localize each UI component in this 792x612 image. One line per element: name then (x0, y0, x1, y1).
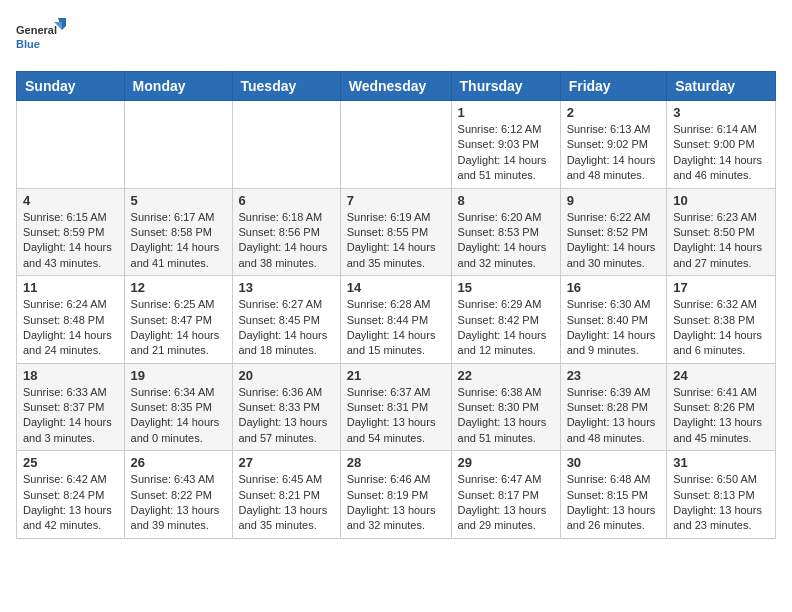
day-number: 6 (239, 193, 334, 208)
calendar-week-3: 11Sunrise: 6:24 AM Sunset: 8:48 PM Dayli… (17, 276, 776, 364)
day-number: 23 (567, 368, 661, 383)
svg-text:General: General (16, 24, 57, 36)
calendar-cell: 11Sunrise: 6:24 AM Sunset: 8:48 PM Dayli… (17, 276, 125, 364)
day-info: Sunrise: 6:38 AM Sunset: 8:30 PM Dayligh… (458, 385, 554, 447)
calendar-cell: 28Sunrise: 6:46 AM Sunset: 8:19 PM Dayli… (340, 451, 451, 539)
calendar-cell: 20Sunrise: 6:36 AM Sunset: 8:33 PM Dayli… (232, 363, 340, 451)
day-info: Sunrise: 6:28 AM Sunset: 8:44 PM Dayligh… (347, 297, 445, 359)
calendar-table: SundayMondayTuesdayWednesdayThursdayFrid… (16, 71, 776, 539)
day-number: 13 (239, 280, 334, 295)
day-number: 9 (567, 193, 661, 208)
calendar-cell: 29Sunrise: 6:47 AM Sunset: 8:17 PM Dayli… (451, 451, 560, 539)
calendar-cell: 4Sunrise: 6:15 AM Sunset: 8:59 PM Daylig… (17, 188, 125, 276)
calendar-cell: 30Sunrise: 6:48 AM Sunset: 8:15 PM Dayli… (560, 451, 667, 539)
calendar-cell: 8Sunrise: 6:20 AM Sunset: 8:53 PM Daylig… (451, 188, 560, 276)
day-info: Sunrise: 6:39 AM Sunset: 8:28 PM Dayligh… (567, 385, 661, 447)
day-info: Sunrise: 6:24 AM Sunset: 8:48 PM Dayligh… (23, 297, 118, 359)
day-number: 18 (23, 368, 118, 383)
logo: General Blue (16, 16, 66, 61)
day-info: Sunrise: 6:30 AM Sunset: 8:40 PM Dayligh… (567, 297, 661, 359)
day-info: Sunrise: 6:32 AM Sunset: 8:38 PM Dayligh… (673, 297, 769, 359)
day-info: Sunrise: 6:12 AM Sunset: 9:03 PM Dayligh… (458, 122, 554, 184)
day-number: 26 (131, 455, 226, 470)
day-number: 2 (567, 105, 661, 120)
column-header-friday: Friday (560, 72, 667, 101)
column-header-monday: Monday (124, 72, 232, 101)
calendar-cell: 7Sunrise: 6:19 AM Sunset: 8:55 PM Daylig… (340, 188, 451, 276)
column-header-tuesday: Tuesday (232, 72, 340, 101)
day-number: 27 (239, 455, 334, 470)
calendar-cell: 3Sunrise: 6:14 AM Sunset: 9:00 PM Daylig… (667, 101, 776, 189)
calendar-cell: 24Sunrise: 6:41 AM Sunset: 8:26 PM Dayli… (667, 363, 776, 451)
calendar-cell: 27Sunrise: 6:45 AM Sunset: 8:21 PM Dayli… (232, 451, 340, 539)
day-info: Sunrise: 6:14 AM Sunset: 9:00 PM Dayligh… (673, 122, 769, 184)
calendar-cell: 21Sunrise: 6:37 AM Sunset: 8:31 PM Dayli… (340, 363, 451, 451)
day-number: 19 (131, 368, 226, 383)
day-info: Sunrise: 6:27 AM Sunset: 8:45 PM Dayligh… (239, 297, 334, 359)
calendar-cell (17, 101, 125, 189)
calendar-cell: 26Sunrise: 6:43 AM Sunset: 8:22 PM Dayli… (124, 451, 232, 539)
day-info: Sunrise: 6:25 AM Sunset: 8:47 PM Dayligh… (131, 297, 226, 359)
column-header-wednesday: Wednesday (340, 72, 451, 101)
day-info: Sunrise: 6:34 AM Sunset: 8:35 PM Dayligh… (131, 385, 226, 447)
logo-svg: General Blue (16, 16, 66, 61)
day-info: Sunrise: 6:18 AM Sunset: 8:56 PM Dayligh… (239, 210, 334, 272)
day-number: 25 (23, 455, 118, 470)
day-info: Sunrise: 6:43 AM Sunset: 8:22 PM Dayligh… (131, 472, 226, 534)
calendar-cell: 18Sunrise: 6:33 AM Sunset: 8:37 PM Dayli… (17, 363, 125, 451)
day-info: Sunrise: 6:13 AM Sunset: 9:02 PM Dayligh… (567, 122, 661, 184)
svg-text:Blue: Blue (16, 38, 40, 50)
day-number: 17 (673, 280, 769, 295)
day-info: Sunrise: 6:48 AM Sunset: 8:15 PM Dayligh… (567, 472, 661, 534)
calendar-cell (124, 101, 232, 189)
calendar-cell: 6Sunrise: 6:18 AM Sunset: 8:56 PM Daylig… (232, 188, 340, 276)
day-number: 31 (673, 455, 769, 470)
day-number: 24 (673, 368, 769, 383)
calendar-cell: 2Sunrise: 6:13 AM Sunset: 9:02 PM Daylig… (560, 101, 667, 189)
day-info: Sunrise: 6:23 AM Sunset: 8:50 PM Dayligh… (673, 210, 769, 272)
day-number: 16 (567, 280, 661, 295)
day-number: 22 (458, 368, 554, 383)
calendar-cell: 10Sunrise: 6:23 AM Sunset: 8:50 PM Dayli… (667, 188, 776, 276)
calendar-cell: 15Sunrise: 6:29 AM Sunset: 8:42 PM Dayli… (451, 276, 560, 364)
day-number: 20 (239, 368, 334, 383)
calendar-cell: 23Sunrise: 6:39 AM Sunset: 8:28 PM Dayli… (560, 363, 667, 451)
day-info: Sunrise: 6:37 AM Sunset: 8:31 PM Dayligh… (347, 385, 445, 447)
day-info: Sunrise: 6:50 AM Sunset: 8:13 PM Dayligh… (673, 472, 769, 534)
day-number: 11 (23, 280, 118, 295)
day-info: Sunrise: 6:36 AM Sunset: 8:33 PM Dayligh… (239, 385, 334, 447)
calendar-cell: 9Sunrise: 6:22 AM Sunset: 8:52 PM Daylig… (560, 188, 667, 276)
day-number: 7 (347, 193, 445, 208)
calendar-week-4: 18Sunrise: 6:33 AM Sunset: 8:37 PM Dayli… (17, 363, 776, 451)
calendar-week-2: 4Sunrise: 6:15 AM Sunset: 8:59 PM Daylig… (17, 188, 776, 276)
calendar-week-5: 25Sunrise: 6:42 AM Sunset: 8:24 PM Dayli… (17, 451, 776, 539)
day-info: Sunrise: 6:15 AM Sunset: 8:59 PM Dayligh… (23, 210, 118, 272)
calendar-cell (232, 101, 340, 189)
calendar-cell: 17Sunrise: 6:32 AM Sunset: 8:38 PM Dayli… (667, 276, 776, 364)
day-number: 12 (131, 280, 226, 295)
day-info: Sunrise: 6:19 AM Sunset: 8:55 PM Dayligh… (347, 210, 445, 272)
day-info: Sunrise: 6:41 AM Sunset: 8:26 PM Dayligh… (673, 385, 769, 447)
day-number: 14 (347, 280, 445, 295)
day-info: Sunrise: 6:47 AM Sunset: 8:17 PM Dayligh… (458, 472, 554, 534)
day-info: Sunrise: 6:29 AM Sunset: 8:42 PM Dayligh… (458, 297, 554, 359)
day-number: 8 (458, 193, 554, 208)
calendar-cell: 13Sunrise: 6:27 AM Sunset: 8:45 PM Dayli… (232, 276, 340, 364)
calendar-cell: 14Sunrise: 6:28 AM Sunset: 8:44 PM Dayli… (340, 276, 451, 364)
day-info: Sunrise: 6:22 AM Sunset: 8:52 PM Dayligh… (567, 210, 661, 272)
day-info: Sunrise: 6:33 AM Sunset: 8:37 PM Dayligh… (23, 385, 118, 447)
day-info: Sunrise: 6:20 AM Sunset: 8:53 PM Dayligh… (458, 210, 554, 272)
calendar-cell: 22Sunrise: 6:38 AM Sunset: 8:30 PM Dayli… (451, 363, 560, 451)
calendar-cell: 1Sunrise: 6:12 AM Sunset: 9:03 PM Daylig… (451, 101, 560, 189)
day-number: 1 (458, 105, 554, 120)
day-number: 30 (567, 455, 661, 470)
calendar-week-1: 1Sunrise: 6:12 AM Sunset: 9:03 PM Daylig… (17, 101, 776, 189)
day-number: 4 (23, 193, 118, 208)
calendar-cell: 5Sunrise: 6:17 AM Sunset: 8:58 PM Daylig… (124, 188, 232, 276)
day-number: 29 (458, 455, 554, 470)
calendar-cell: 12Sunrise: 6:25 AM Sunset: 8:47 PM Dayli… (124, 276, 232, 364)
calendar-cell: 31Sunrise: 6:50 AM Sunset: 8:13 PM Dayli… (667, 451, 776, 539)
day-number: 5 (131, 193, 226, 208)
calendar-header-row: SundayMondayTuesdayWednesdayThursdayFrid… (17, 72, 776, 101)
column-header-thursday: Thursday (451, 72, 560, 101)
